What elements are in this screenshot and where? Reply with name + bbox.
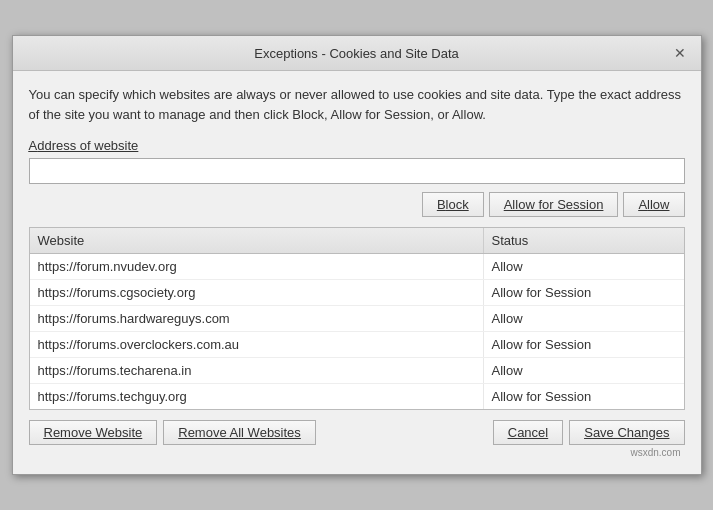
cell-website: https://forums.techarena.in <box>30 358 484 383</box>
cell-status: Allow <box>484 306 684 331</box>
save-changes-button[interactable]: Save Changes <box>569 420 684 445</box>
cancel-button[interactable]: Cancel <box>493 420 563 445</box>
table-row[interactable]: https://forums.techguy.orgAllow for Sess… <box>30 384 684 409</box>
table-row[interactable]: https://forums.hardwareguys.comAllow <box>30 306 684 332</box>
watermark: wsxdn.com <box>29 445 685 460</box>
remove-all-websites-button[interactable]: Remove All Websites <box>163 420 316 445</box>
table-body[interactable]: https://forum.nvudev.orgAllowhttps://for… <box>30 254 684 409</box>
address-label: Address of website <box>29 138 685 153</box>
exceptions-table: Website Status https://forum.nvudev.orgA… <box>29 227 685 410</box>
table-header: Website Status <box>30 228 684 254</box>
left-buttons: Remove Website Remove All Websites <box>29 420 316 445</box>
exceptions-dialog: Exceptions - Cookies and Site Data ✕ You… <box>12 35 702 475</box>
address-input[interactable] <box>29 158 685 184</box>
col-website-header: Website <box>30 228 484 253</box>
cell-status: Allow for Session <box>484 280 684 305</box>
cell-status: Allow <box>484 358 684 383</box>
cell-website: https://forums.overclockers.com.au <box>30 332 484 357</box>
table-row[interactable]: https://forums.cgsociety.orgAllow for Se… <box>30 280 684 306</box>
dialog-title: Exceptions - Cookies and Site Data <box>43 46 671 61</box>
bottom-buttons: Remove Website Remove All Websites Cance… <box>29 420 685 445</box>
table-row[interactable]: https://forums.overclockers.com.auAllow … <box>30 332 684 358</box>
close-button[interactable]: ✕ <box>671 44 689 62</box>
cell-status: Allow <box>484 254 684 279</box>
cell-website: https://forums.hardwareguys.com <box>30 306 484 331</box>
action-buttons: Block Allow for Session Allow <box>29 192 685 217</box>
cell-website: https://forum.nvudev.org <box>30 254 484 279</box>
right-buttons: Cancel Save Changes <box>493 420 685 445</box>
table-row[interactable]: https://forums.techarena.inAllow <box>30 358 684 384</box>
cell-website: https://forums.cgsociety.org <box>30 280 484 305</box>
table-row[interactable]: https://forum.nvudev.orgAllow <box>30 254 684 280</box>
title-bar: Exceptions - Cookies and Site Data ✕ <box>13 36 701 71</box>
allow-button[interactable]: Allow <box>623 192 684 217</box>
description-text: You can specify which websites are alway… <box>29 85 685 124</box>
block-button[interactable]: Block <box>422 192 484 217</box>
remove-website-button[interactable]: Remove Website <box>29 420 158 445</box>
dialog-body: You can specify which websites are alway… <box>13 71 701 474</box>
cell-status: Allow for Session <box>484 332 684 357</box>
cell-website: https://forums.techguy.org <box>30 384 484 409</box>
col-status-header: Status <box>484 228 684 253</box>
allow-for-session-button[interactable]: Allow for Session <box>489 192 619 217</box>
cell-status: Allow for Session <box>484 384 684 409</box>
